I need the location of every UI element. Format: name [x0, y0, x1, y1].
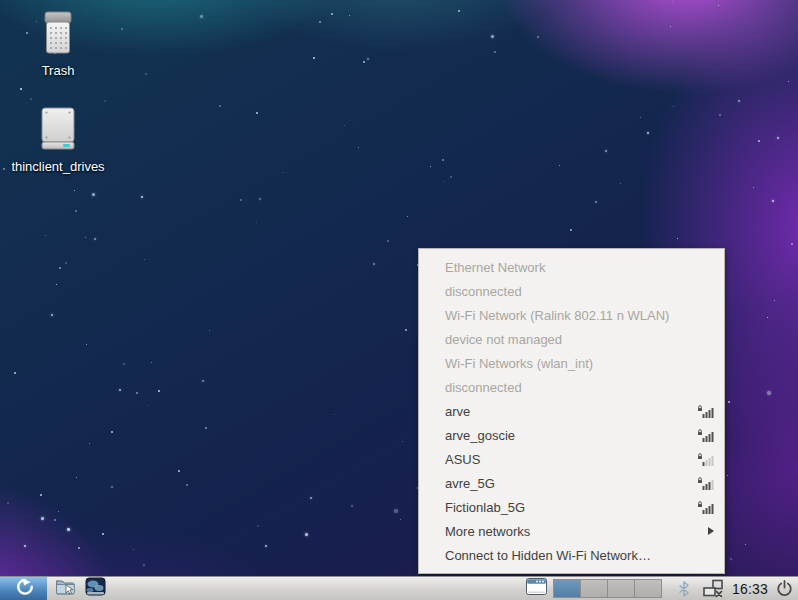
network-menu-item-label: ASUS	[445, 452, 689, 467]
submenu-arrow-icon	[708, 527, 714, 535]
workspace-1[interactable]	[554, 580, 581, 597]
desktop-icon-label: thinclient_drives	[11, 159, 104, 174]
workspace-4[interactable]	[635, 580, 661, 597]
network-menu-item[interactable]: avre_5G	[419, 471, 724, 495]
network-manager-menu: Ethernet NetworkdisconnectedWi-Fi Networ…	[418, 248, 725, 574]
window-list-button[interactable]	[524, 577, 549, 600]
wifi-signal-lock-icon	[697, 452, 714, 467]
folder-with-cursor-icon	[55, 577, 76, 600]
network-menu-item-label: disconnected	[445, 284, 714, 299]
network-menu-item-label: avre_5G	[445, 476, 689, 491]
screen-globe-icon	[85, 577, 106, 600]
desktop-screen: Trash thinclient_drives	[0, 0, 798, 600]
wifi-signal-lock-icon	[697, 428, 714, 443]
network-menu-item-label: device not managed	[445, 332, 714, 347]
network-menu-item: disconnected	[419, 279, 724, 303]
power-button[interactable]	[776, 580, 793, 597]
network-menu-item: Ethernet Network	[419, 255, 724, 279]
network-menu-item: disconnected	[419, 375, 724, 399]
wifi-signal-lock-icon	[697, 500, 714, 515]
network-menu-item[interactable]: ASUS	[419, 447, 724, 471]
network-menu-item-label: Fictionlab_5G	[445, 500, 689, 515]
workspace-2[interactable]	[581, 580, 608, 597]
network-disconnected-icon[interactable]	[702, 579, 726, 598]
lubuntu-logo-icon	[11, 577, 37, 600]
wifi-signal-lock-icon	[697, 476, 714, 491]
network-menu-item[interactable]: Fictionlab_5G	[419, 495, 724, 519]
network-menu-item-label: disconnected	[445, 380, 714, 395]
network-menu-item: device not managed	[419, 327, 724, 351]
system-tray: 16:33	[678, 579, 798, 598]
network-menu-item[interactable]: arve	[419, 399, 724, 423]
network-menu-item[interactable]: More networks	[419, 519, 724, 543]
network-menu-item: Wi-Fi Networks (wlan_int)	[419, 351, 724, 375]
bluetooth-icon[interactable]	[678, 581, 690, 597]
clock[interactable]: 16:33	[732, 581, 768, 597]
taskbar: 16:33	[0, 576, 798, 600]
network-menu-item-label: Wi-Fi Network (Ralink 802.11 n WLAN)	[445, 308, 714, 323]
network-menu-item-label: Wi-Fi Networks (wlan_int)	[445, 356, 714, 371]
workspace-pager	[553, 579, 662, 598]
applications-menu-button[interactable]	[0, 577, 47, 600]
network-menu-item-label: arve_goscie	[445, 428, 689, 443]
network-menu-item[interactable]: arve_goscie	[419, 423, 724, 447]
network-menu-item-label: Ethernet Network	[445, 260, 714, 275]
network-menu-item[interactable]: Connect to Hidden Wi-Fi Network…	[419, 543, 724, 567]
file-manager-launcher[interactable]	[53, 577, 77, 600]
desktop-icon-thinclient-drives[interactable]: thinclient_drives	[6, 106, 110, 175]
drive-icon	[6, 106, 110, 156]
workspace-3[interactable]	[608, 580, 635, 597]
desktop-icon-label: Trash	[42, 63, 75, 78]
wifi-signal-lock-icon	[697, 404, 714, 419]
network-menu-item: Wi-Fi Network (Ralink 802.11 n WLAN)	[419, 303, 724, 327]
trash-icon	[6, 10, 110, 60]
window-icon	[525, 577, 548, 600]
screen-app-launcher[interactable]	[83, 577, 107, 600]
desktop-icon-trash[interactable]: Trash	[6, 10, 110, 79]
network-menu-item-label: Connect to Hidden Wi-Fi Network…	[445, 548, 714, 563]
network-menu-item-label: More networks	[445, 524, 700, 539]
network-menu-item-label: arve	[445, 404, 689, 419]
